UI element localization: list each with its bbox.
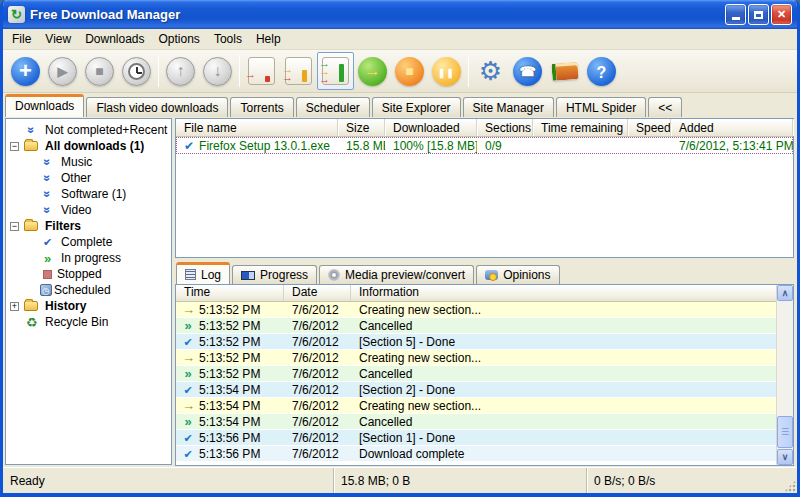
tree-item-music[interactable]: Music [6, 154, 171, 170]
log-scrollbar[interactable] [776, 285, 793, 465]
scroll-thumb[interactable] [777, 416, 793, 448]
column-time-remaining[interactable]: Time remaining [533, 119, 628, 136]
complete-check-icon [184, 139, 194, 153]
collapse-expander[interactable]: − [10, 222, 19, 231]
column-sections[interactable]: Sections [477, 119, 533, 136]
add-download-button[interactable] [7, 52, 44, 90]
menu-view[interactable]: View [38, 30, 78, 48]
status-transferred: 15.8 MB; 0 B [333, 468, 586, 493]
start-all-button[interactable] [354, 52, 391, 90]
download-row[interactable]: Firefox Setup 13.0.1.exe 15.8 MB 100% [1… [176, 137, 793, 154]
tab-log[interactable]: Log [176, 262, 230, 284]
cancelled-icon [182, 319, 194, 332]
tree-item-complete[interactable]: Complete [6, 234, 171, 250]
tab-media-preview[interactable]: Media preview/convert [319, 265, 474, 284]
download-arrow-icon [40, 156, 55, 168]
main-tab-bar: Downloads Flash video downloads Torrents… [3, 93, 797, 117]
file-added: 7/6/2012, 5:13:41 PM [671, 139, 793, 153]
column-downloaded[interactable]: Downloaded [385, 119, 477, 136]
new-section-icon [182, 351, 194, 364]
folder-icon [24, 221, 38, 231]
column-time[interactable]: Time [176, 285, 284, 301]
tab-downloads[interactable]: Downloads [5, 94, 84, 117]
detail-panel: Log Progress Media preview/convert Opini… [175, 261, 794, 466]
tab-scheduler[interactable]: Scheduler [296, 97, 370, 117]
move-down-button[interactable] [199, 52, 236, 90]
column-speed[interactable]: Speed [628, 119, 671, 136]
pause-all-button[interactable] [428, 52, 465, 90]
speed-medium-icon [285, 57, 312, 85]
expand-expander[interactable]: + [10, 302, 19, 311]
tab-html-spider[interactable]: HTML Spider [556, 97, 646, 117]
menu-file[interactable]: File [5, 30, 38, 48]
speed-light-button[interactable] [243, 52, 280, 90]
log-table: Time Date Information 5:13:52 PM 7/6/201… [175, 284, 794, 466]
log-row[interactable]: 5:13:52 PM 7/6/2012 Cancelled [176, 318, 793, 334]
log-row[interactable]: 5:13:56 PM 7/6/2012 [Section 1] - Done [176, 430, 793, 446]
start-download-button[interactable] [44, 52, 81, 90]
column-date[interactable]: Date [284, 285, 351, 301]
log-row[interactable]: 5:13:52 PM 7/6/2012 Cancelled [176, 366, 793, 382]
menu-downloads[interactable]: Downloads [78, 30, 151, 48]
minimize-button[interactable] [725, 4, 746, 25]
toolbar-separator [468, 55, 469, 87]
tree-item-filters[interactable]: − Filters [6, 218, 171, 234]
tab-progress[interactable]: Progress [232, 265, 317, 284]
tab-collapse[interactable]: << [648, 97, 682, 117]
menu-tools[interactable]: Tools [207, 30, 249, 48]
add-icon [11, 57, 40, 86]
column-file-name[interactable]: File name [176, 119, 338, 136]
tree-item-all-downloads[interactable]: − All downloads (1) [6, 138, 171, 154]
tab-flash-video-downloads[interactable]: Flash video downloads [86, 97, 228, 117]
scheduled-clock-icon [40, 284, 52, 296]
tree-item-other[interactable]: Other [6, 170, 171, 186]
tab-site-explorer[interactable]: Site Explorer [372, 97, 461, 117]
log-row[interactable]: 5:13:56 PM 7/6/2012 Download complete [176, 446, 793, 462]
tree-item-not-completed-recent[interactable]: Not completed+Recent [6, 122, 171, 138]
log-row[interactable]: 5:13:54 PM 7/6/2012 Cancelled [176, 414, 793, 430]
log-row[interactable]: 5:13:54 PM 7/6/2012 [Section 2] - Done [176, 382, 793, 398]
close-button[interactable]: ✕ [771, 4, 792, 25]
column-added[interactable]: Added [671, 119, 793, 136]
menu-help[interactable]: Help [249, 30, 288, 48]
tree-item-in-progress[interactable]: In progress [6, 250, 171, 266]
status-speed: 0 B/s; 0 B/s [586, 468, 783, 493]
log-row[interactable]: 5:13:52 PM 7/6/2012 [Section 5] - Done [176, 334, 793, 350]
stop-download-button[interactable] [81, 52, 118, 90]
tree-item-video[interactable]: Video [6, 202, 171, 218]
tab-torrents[interactable]: Torrents [230, 97, 293, 117]
speed-medium-button[interactable] [280, 52, 317, 90]
help-contents-button[interactable] [546, 52, 583, 90]
scroll-up-button[interactable] [777, 285, 793, 301]
menu-options[interactable]: Options [152, 30, 207, 48]
tree-item-history[interactable]: + History [6, 298, 171, 314]
stop-all-button[interactable] [391, 52, 428, 90]
tree-item-recycle-bin[interactable]: Recycle Bin [6, 314, 171, 330]
tab-site-manager[interactable]: Site Manager [463, 97, 554, 117]
download-list-header: File name Size Downloaded Sections Time … [176, 119, 793, 137]
tab-opinions[interactable]: Opinions [476, 265, 559, 284]
scheduler-button[interactable] [118, 52, 155, 90]
remote-control-button[interactable] [509, 52, 546, 90]
tree-item-scheduled[interactable]: Scheduled [6, 282, 171, 298]
maximize-button[interactable] [748, 4, 769, 25]
about-button[interactable] [583, 52, 620, 90]
tree-item-stopped[interactable]: Stopped [6, 266, 171, 282]
resize-grip[interactable] [783, 479, 797, 493]
collapse-expander[interactable]: − [10, 142, 19, 151]
file-sections: 0/9 [477, 139, 533, 153]
download-arrow-icon [24, 124, 39, 136]
column-information[interactable]: Information [351, 285, 793, 301]
tree-item-software[interactable]: Software (1) [6, 186, 171, 202]
log-row[interactable]: 5:13:52 PM 7/6/2012 Creating new section… [176, 302, 793, 318]
speed-full-button[interactable] [317, 52, 354, 90]
column-size[interactable]: Size [338, 119, 385, 136]
log-row[interactable]: 5:13:52 PM 7/6/2012 Creating new section… [176, 350, 793, 366]
status-bar: Ready 15.8 MB; 0 B 0 B/s; 0 B/s [3, 467, 797, 493]
title-bar[interactable]: Free Download Manager ✕ [3, 0, 797, 29]
cancelled-icon [182, 367, 194, 380]
scroll-down-button[interactable] [777, 449, 793, 465]
log-row[interactable]: 5:13:54 PM 7/6/2012 Creating new section… [176, 398, 793, 414]
move-up-button[interactable] [162, 52, 199, 90]
settings-button[interactable] [472, 52, 509, 90]
